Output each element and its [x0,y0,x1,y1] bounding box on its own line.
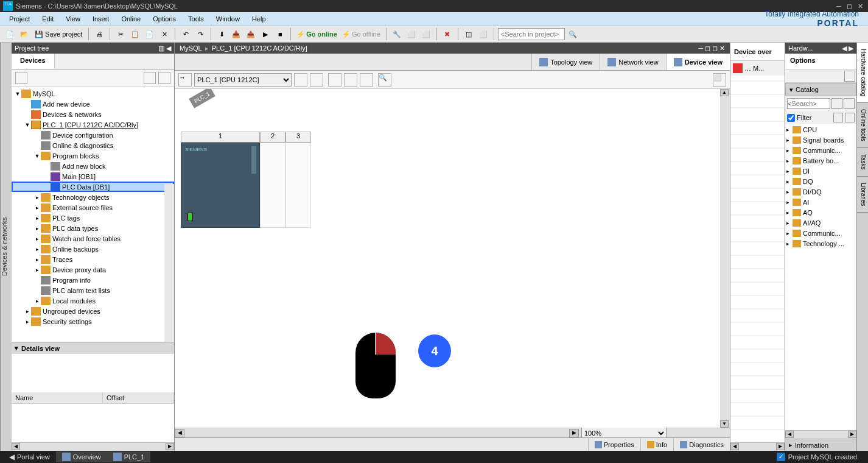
toolbar-icon-c[interactable]: ⬜ [419,27,433,41]
nav-icon[interactable]: ↔ [178,73,192,87]
hw-nav-icon[interactable]: ◀ ▶ [842,44,853,52]
slot-3-header[interactable]: 3 [285,132,311,143]
tree-item[interactable]: ▸Local modules [12,295,174,306]
details-view-header[interactable]: ▾Details view [12,342,174,354]
et-b2[interactable] [310,73,323,87]
save-project-button[interactable]: 💾 Save project [32,30,85,38]
device-overview-header[interactable]: Device over [730,43,785,61]
tab-diagnostics[interactable]: Diagnostics [673,438,730,451]
tree-root[interactable]: ▼ MySQL [12,88,174,99]
tree-item[interactable]: PLC Data [DB1] [12,182,174,192]
side-tab-libraries[interactable]: Libraries [857,177,868,213]
tree-item[interactable]: ▸Ungrouped devices [12,306,174,316]
menu-tools[interactable]: Tools [182,14,210,24]
catalog-item[interactable]: ▸Signal boards [785,135,856,145]
dov-icon-1[interactable] [733,63,743,73]
menu-edit[interactable]: Edit [36,14,60,24]
catalog-item[interactable]: ▸Technology ... [785,238,856,249]
tree-item[interactable]: Device configuration [12,130,174,140]
slot-2-empty[interactable] [260,143,285,228]
tree-item[interactable]: Add new device [12,99,174,109]
catalog-item[interactable]: ▸AI [785,197,856,207]
hw-opt-btn[interactable] [844,71,855,82]
tree-item[interactable]: ▸Device proxy data [12,264,174,275]
tab-properties[interactable]: Properties [588,438,640,451]
device-overview-grid[interactable] [730,76,785,442]
catalog-search-input[interactable] [787,98,830,109]
open-project-icon[interactable]: 📂 [18,27,31,41]
slot-3-empty[interactable] [285,143,311,228]
cut-icon[interactable]: ✂ [114,27,127,41]
hw-hscroll[interactable]: ◀▶ [785,430,856,439]
menu-help[interactable]: Help [246,14,272,24]
tree-item[interactable]: Program info [12,275,174,285]
split2-icon[interactable]: ⬜ [477,27,490,41]
tree-item[interactable]: Add new block [12,161,174,171]
split-icon[interactable]: ◫ [462,27,475,41]
details-col-offset[interactable]: Offset [103,392,174,403]
delete-icon[interactable]: ✕ [158,27,171,41]
zoom-slider[interactable] [669,429,730,437]
hscroll-right[interactable]: ▶ [569,429,579,437]
toolbar-icon-a[interactable]: 🔧 [390,27,404,41]
minimize-button[interactable]: ─ [835,2,843,10]
tree-item[interactable]: Main [OB1] [12,171,174,182]
go-online-button[interactable]: ⚡Go online [295,30,339,38]
overview-tab[interactable]: Overview [56,451,107,462]
catalog-item[interactable]: ▸DQ [785,176,856,186]
catalog-tree[interactable]: ▸CPU▸Signal boards▸Communic...▸Battery b… [785,124,856,430]
tree-item[interactable]: PLC alarm text lists [12,285,174,295]
tree-item[interactable]: ▼Program blocks [12,150,174,161]
et-right-icon[interactable]: ⬜ [713,73,726,87]
catalog-item[interactable]: ▸DI [785,166,856,176]
menu-view[interactable]: View [60,14,86,24]
tab-topology-view[interactable]: Topology view [531,54,600,70]
project-tree[interactable]: ▼ MySQL Add new deviceDevices & networks… [12,87,174,342]
hscroll-left[interactable]: ◀ [175,429,184,437]
editor-restore-icon[interactable]: ◻ [712,44,718,52]
filter-btn-2[interactable] [845,113,855,122]
filter-checkbox[interactable] [787,114,795,122]
portal-view-button[interactable]: ◀Portal view [3,451,56,462]
copy-icon[interactable]: 📋 [128,27,142,41]
device-canvas[interactable]: PLC_1 1 SIEMENS 2 [175,89,730,428]
plc1-tab[interactable]: PLC_1 [107,451,151,462]
breadcrumb-root[interactable]: MySQL [180,44,202,52]
et-b5[interactable] [360,73,373,87]
dov-hscroll[interactable]: ◀▶ [730,442,785,451]
left-panel-hscroll[interactable]: ◀▶ [12,442,174,451]
tree-item[interactable]: Devices & networks [12,109,174,119]
side-tab-tasks[interactable]: Tasks [857,148,868,177]
tab-device-view[interactable]: Device view [666,54,730,70]
hw-options-header[interactable]: Options [785,54,856,69]
breadcrumb-plc[interactable]: PLC_1 [CPU 1212C AC/DC/Rly] [212,44,307,52]
close-button[interactable]: ✕ [856,2,865,10]
tree-item[interactable]: ▼PLC_1 [CPU 1212C AC/DC/Rly] [12,119,174,130]
et-b4[interactable] [344,73,357,87]
information-section-header[interactable]: ▸Information [785,439,856,451]
tree-btn-3[interactable] [158,72,170,84]
menu-insert[interactable]: Insert [86,14,116,24]
filter-btn-1[interactable] [833,113,843,122]
tree-item[interactable]: ▸Security settings [12,316,174,327]
details-col-name[interactable]: Name [12,392,103,403]
tree-item[interactable]: ▸Watch and force tables [12,233,174,244]
menu-options[interactable]: Options [147,14,182,24]
catalog-item[interactable]: ▸CPU [785,124,856,135]
et-b3[interactable] [328,73,341,87]
search-icon[interactable]: 🔍 [566,27,579,41]
tree-item[interactable]: ▸Traces [12,254,174,264]
tree-scrollbar[interactable] [164,184,174,342]
slot-1-header[interactable]: 1 [181,132,260,143]
canvas-vscroll[interactable]: ▲ ▼ [720,89,730,428]
tree-item[interactable]: ▸External source files [12,202,174,213]
tree-item[interactable]: ▸Online backups [12,244,174,254]
catalog-item[interactable]: ▸AI/AQ [785,217,856,228]
catalog-item[interactable]: ▸Communic... [785,145,856,155]
catalog-section-header[interactable]: ▾Catalog [785,83,856,96]
et-b1[interactable] [294,73,307,87]
menu-project[interactable]: Project [3,14,36,24]
menu-online[interactable]: Online [115,14,147,24]
simulate-icon[interactable]: ▶ [259,27,272,41]
search-in-project-input[interactable] [498,28,565,40]
